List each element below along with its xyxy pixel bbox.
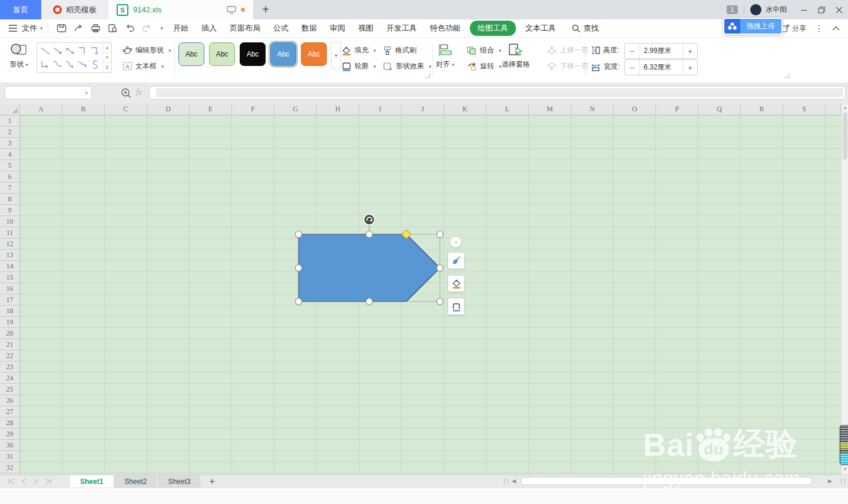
notification-badge[interactable]: 1	[727, 5, 738, 14]
row-header-21[interactable]: 21	[0, 339, 19, 350]
horizontal-scroll-thumb[interactable]	[521, 477, 813, 485]
column-header-F[interactable]: F	[232, 104, 274, 115]
hscroll-split-handle[interactable]	[504, 478, 508, 485]
row-header-12[interactable]: 12	[0, 238, 19, 250]
hscroll-right-icon[interactable]: ▶	[828, 478, 832, 484]
row-header-26[interactable]: 26	[0, 395, 19, 406]
collapse-ribbon-icon[interactable]	[832, 26, 840, 31]
row-header-29[interactable]: 29	[0, 429, 19, 440]
elbow-connector-icon[interactable]	[76, 44, 88, 58]
zoom-formula-icon[interactable]	[121, 88, 131, 98]
row-header-7[interactable]: 7	[0, 183, 19, 194]
row-header-8[interactable]: 8	[0, 194, 19, 205]
row-header-31[interactable]: 31	[0, 451, 19, 462]
row-header-19[interactable]: 19	[0, 317, 19, 328]
gallery-scroll-up-icon[interactable]: ▴	[103, 43, 111, 53]
tab-docer[interactable]: 稻壳模板	[41, 0, 108, 19]
selection-pane-button[interactable]: 选择窗格	[502, 43, 530, 69]
height-decrease-button[interactable]: −	[625, 47, 639, 56]
collapse-side-tools-button[interactable]: −	[450, 236, 462, 248]
scroll-up-icon[interactable]: ▴	[842, 105, 848, 110]
column-header-O[interactable]: O	[614, 104, 656, 115]
monitor-icon[interactable]	[227, 6, 236, 14]
row-header-15[interactable]: 15	[0, 272, 19, 283]
gallery-more-icon[interactable]: ⊻	[103, 62, 111, 72]
fill-button[interactable]: 填充▾	[342, 45, 376, 55]
shape-style-swatch-3[interactable]: Abc	[240, 42, 266, 66]
column-header-K[interactable]: K	[444, 104, 486, 115]
row-header-6[interactable]: 6	[0, 171, 19, 183]
hamburger-icon[interactable]	[8, 24, 18, 32]
row-header-14[interactable]: 14	[0, 261, 19, 272]
tab-home[interactable]: 首页	[0, 0, 41, 19]
column-header-A[interactable]: A	[20, 104, 62, 115]
column-header-M[interactable]: M	[529, 104, 571, 115]
row-header-27[interactable]: 27	[0, 406, 19, 417]
text-box-button[interactable]: A 文本框▾	[122, 61, 164, 71]
row-header-2[interactable]: 2	[0, 127, 19, 138]
column-header-C[interactable]: C	[105, 104, 147, 115]
menu-特色功能[interactable]: 特色功能	[423, 23, 467, 34]
print-icon[interactable]	[91, 24, 101, 33]
width-increase-button[interactable]: +	[683, 63, 697, 72]
row-header-23[interactable]: 23	[0, 362, 19, 373]
row-header-11[interactable]: 11	[0, 227, 19, 238]
fill-color-button[interactable]	[448, 275, 465, 292]
formula-input[interactable]	[149, 86, 846, 100]
group-button[interactable]: 组合▾	[466, 45, 502, 55]
menu-页面布局[interactable]: 页面布局	[223, 23, 267, 34]
row-header-3[interactable]: 3	[0, 138, 19, 149]
style-brush-button[interactable]	[448, 252, 465, 269]
column-header-J[interactable]: J	[402, 104, 444, 115]
arrow-shape-icon[interactable]	[51, 44, 64, 58]
menu-数据[interactable]: 数据	[295, 23, 323, 34]
row-header-9[interactable]: 9	[0, 205, 19, 216]
cell-grid[interactable]	[20, 115, 841, 475]
sheet-tab-Sheet2[interactable]: Sheet2	[114, 475, 157, 488]
sheet-tab-Sheet1[interactable]: Sheet1	[70, 475, 113, 488]
edit-shape-button[interactable]: 编辑形状▾	[122, 45, 171, 55]
export-icon[interactable]	[74, 24, 84, 33]
column-header-D[interactable]: D	[147, 104, 190, 115]
menu-文本工具[interactable]: 文本工具	[519, 23, 562, 34]
style-gallery-more-icon[interactable]: ▾	[331, 42, 341, 69]
shape-style-swatch-5[interactable]: Abc	[301, 42, 327, 66]
column-header-B[interactable]: B	[62, 104, 105, 115]
outline-button[interactable]: 轮廓▾	[342, 61, 376, 71]
column-header-E[interactable]: E	[190, 104, 232, 115]
column-header-I[interactable]: I	[359, 104, 402, 115]
line-shape-icon[interactable]	[39, 44, 51, 58]
double-arrow-shape-icon[interactable]	[64, 44, 76, 58]
vertical-scrollbar[interactable]: ▴ ▾	[841, 104, 848, 475]
format-painter-button[interactable]: 格式刷	[383, 45, 416, 55]
outline-color-button[interactable]	[448, 298, 465, 315]
find-button[interactable]: 查找	[572, 23, 599, 34]
hscroll-left-icon[interactable]: ◀	[512, 478, 516, 484]
row-header-22[interactable]: 22	[0, 350, 19, 362]
height-value[interactable]: 2.99厘米	[639, 44, 683, 58]
column-header-L[interactable]: L	[486, 104, 529, 115]
dialog-launcher[interactable]	[784, 73, 789, 78]
drag-upload-button[interactable]: 拖拽上传	[723, 18, 783, 35]
menu-视图[interactable]: 视图	[352, 23, 380, 34]
curve-connector-icon[interactable]	[51, 58, 64, 71]
new-tab-button[interactable]: +	[253, 0, 278, 19]
row-header-13[interactable]: 13	[0, 250, 19, 261]
row-header-32[interactable]: 32	[0, 462, 19, 473]
shape-style-swatch-4[interactable]: Abc	[270, 42, 296, 66]
prev-sheet-icon[interactable]	[21, 478, 26, 485]
menu-插入[interactable]: 插入	[195, 23, 223, 34]
scroll-down-icon[interactable]: ▾	[842, 466, 848, 472]
row-header-1[interactable]: 1	[0, 115, 19, 127]
width-decrease-button[interactable]: −	[625, 63, 639, 72]
username[interactable]: 水中阳	[766, 5, 787, 15]
qat-more-icon[interactable]: ▾	[161, 25, 164, 31]
squiggle-arrow-icon[interactable]	[76, 58, 88, 71]
add-sheet-button[interactable]: +	[201, 475, 222, 488]
share-button[interactable]: 分享	[781, 24, 806, 34]
hscroll-split-handle[interactable]	[841, 478, 845, 485]
shape-style-swatch-2[interactable]: Abc	[209, 42, 235, 66]
height-increase-button[interactable]: +	[683, 47, 697, 56]
close-button[interactable]	[830, 0, 848, 19]
bring-forward-button[interactable]: 上移一层▾	[546, 45, 596, 55]
